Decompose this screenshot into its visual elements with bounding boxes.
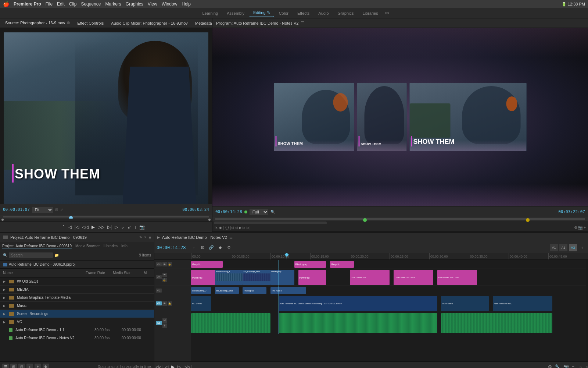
list-item-media[interactable]: ▶ MEDIA — [0, 286, 154, 294]
clip-v4-photog[interactable]: Photograp — [294, 261, 326, 268]
subtab-project[interactable]: Project: Auto Reframe IBC Demo - 090619 — [2, 244, 72, 248]
source-mark-out[interactable]: ⌄ — [121, 224, 125, 230]
menu-clip[interactable]: Clip — [69, 1, 77, 7]
v1-eye[interactable]: 👁 — [162, 301, 167, 306]
menu-edit[interactable]: Edit — [57, 1, 65, 7]
source-mark-in[interactable]: ⌃ — [62, 224, 65, 230]
v3-eye[interactable]: 👁 — [162, 273, 167, 277]
metadata-tab[interactable]: Metadata — [192, 20, 215, 26]
timeline-settings[interactable]: ☰ — [229, 235, 233, 239]
list-item-vo[interactable]: ▶ VO — [0, 318, 154, 326]
tab-color[interactable]: Color — [275, 10, 292, 17]
source-rewind[interactable]: ◁◁ — [82, 224, 89, 230]
source-add[interactable]: + — [148, 224, 150, 230]
tab-effects[interactable]: Effects — [294, 10, 313, 17]
program-settings-icon[interactable]: ☰ — [301, 21, 304, 25]
footer-btn-new[interactable]: + — [35, 364, 41, 368]
apple-menu[interactable]: 🍎 — [3, 1, 9, 7]
workspace-more[interactable]: >> — [385, 8, 390, 18]
tl-btn-patch[interactable]: V3 — [569, 244, 577, 251]
footer-btn-freeform[interactable]: ⊟ — [18, 364, 25, 368]
tab-audio[interactable]: Audio — [315, 10, 332, 17]
a1-solo[interactable]: S — [162, 323, 167, 328]
tl-wrench-btn[interactable]: 🔧 — [555, 364, 560, 368]
search-input[interactable] — [9, 252, 53, 258]
source-step-fwd[interactable]: ▷| — [107, 224, 112, 230]
audio-clip-1[interactable] — [191, 313, 270, 333]
tl-btn-linked[interactable]: 🔗 — [208, 244, 215, 251]
effect-controls-tab[interactable]: Effect Controls — [74, 20, 107, 26]
clip-v1-bgdefoc1[interactable]: BG Defoc — [191, 296, 211, 311]
footer-btn-icons[interactable]: ⊞ — [10, 364, 17, 368]
project-close[interactable]: × — [144, 235, 147, 239]
source-camera[interactable]: 📷 — [139, 224, 145, 230]
v3-lock[interactable]: 🔒 — [162, 278, 167, 282]
tl-play-btn[interactable]: ▶ — [171, 364, 175, 368]
menu-view[interactable]: View — [148, 1, 157, 7]
footer-btn-delete[interactable]: 🗑 — [43, 364, 49, 368]
clip-v3-dva2[interactable]: DVA Lower 3rd - one — [394, 270, 433, 285]
clip-v2-skibackflip[interactable]: ski_backflip_sma — [215, 287, 239, 294]
clip-v1-autoreframe2[interactable]: Auto Reframe IBC — [493, 296, 552, 311]
list-item-screenrec[interactable]: ▶ Screen Recordings — [0, 310, 154, 318]
tab-graphics[interactable]: Graphics — [334, 10, 358, 17]
source-overwrite[interactable]: ↓ — [134, 224, 136, 230]
tl-btn-v1[interactable]: V1 — [550, 244, 558, 251]
v1-lock[interactable]: 🔒 — [168, 301, 172, 306]
v4-eye[interactable]: 👁 — [162, 262, 167, 266]
footer-btn-list[interactable]: ☰ — [2, 364, 9, 368]
clip-v2-dronesurfing[interactable]: dronesurfing_f — [191, 287, 211, 294]
tl-step-back-btn[interactable]: ◁ — [165, 364, 168, 368]
clip-v3-powered2[interactable]: Powered — [298, 270, 326, 285]
tl-settings-btn[interactable]: ⚙ — [548, 364, 552, 368]
tab-assembly[interactable]: Assembly — [223, 10, 248, 17]
tl-btn-marker[interactable]: ◆ — [216, 244, 224, 251]
clip-v3-dva1[interactable]: DVA Lower 3rd — [350, 270, 390, 285]
program-scrubber-bar[interactable] — [212, 217, 588, 221]
clip-v3-skibackflip[interactable]: ski_backflip_sma — [243, 270, 270, 285]
tl-step-fwd-btn[interactable]: ▷ — [178, 364, 181, 368]
subtab-info[interactable]: Info — [121, 244, 128, 248]
tab-libraries[interactable]: Libraries — [359, 10, 382, 17]
menu-graphics[interactable]: Graphics — [126, 1, 143, 7]
project-menu[interactable]: ≡ — [149, 235, 151, 240]
tl-btn-tools[interactable]: ⚙ — [225, 244, 233, 251]
tab-editing[interactable]: Editing ✎ — [250, 9, 274, 17]
tl-btn-a1[interactable]: A1 — [559, 244, 567, 251]
list-item-seq1[interactable]: ▶ Auto Reframe IBC Demo - 1:1 30.00 fps … — [0, 326, 154, 334]
list-item-music[interactable]: ▶ Music — [0, 302, 154, 310]
list-item-seq2[interactable]: ▶ Auto Reframe IBC Demo - Notes V2 30.00… — [0, 334, 154, 342]
source-next-frame[interactable]: ▷ — [115, 224, 118, 230]
menu-sequence[interactable]: Sequence — [81, 1, 101, 7]
clip-v4-graphic1[interactable]: Graphic — [191, 261, 223, 268]
tl-rewind-btn[interactable]: |◁◁ — [154, 364, 162, 368]
clip-v4-graphic2[interactable]: Graphic — [330, 261, 354, 268]
tl-btn-snap[interactable]: ⊡ — [199, 244, 206, 251]
clip-v3-photog1[interactable]: Photograp — [270, 270, 294, 285]
menu-help[interactable]: Help — [182, 1, 191, 7]
tl-btn-tl-add[interactable]: + — [578, 244, 586, 251]
tl-fwd-btn[interactable]: ▷▷| — [184, 364, 191, 368]
clip-v2-theauto[interactable]: The Auto I — [270, 287, 306, 294]
menu-window[interactable]: Window — [162, 1, 178, 7]
source-fit-select[interactable]: Fit 25% 50% 100% — [32, 207, 53, 213]
subtab-libraries[interactable]: Libraries — [104, 244, 118, 248]
clip-v3-powered1[interactable]: Powered — [191, 270, 215, 285]
a1-mute[interactable]: M — [162, 318, 167, 323]
audio-clip-3[interactable] — [441, 313, 552, 333]
source-insert[interactable]: ↙ — [128, 224, 131, 230]
tl-add-btn[interactable]: + — [572, 364, 574, 368]
audio-clip-mixer-tab[interactable]: Audio Clip Mixer: Photographer - 16-9.mo… — [108, 20, 190, 26]
source-play[interactable]: ▶ — [92, 224, 95, 230]
source-forward[interactable]: ▷▷ — [98, 224, 104, 230]
menu-markers[interactable]: Markers — [105, 1, 121, 7]
footer-btn-sort[interactable]: ↕ — [26, 364, 33, 368]
source-scrubber-bar[interactable] — [0, 215, 212, 219]
menu-file[interactable]: File — [46, 1, 53, 7]
tab-learning[interactable]: Learning — [198, 10, 222, 17]
clip-v2-photog2[interactable]: Photograp — [243, 287, 266, 294]
clip-v1-autoreframe1[interactable]: Auto Refra — [441, 296, 489, 311]
program-fit-select[interactable]: Full 50% 25% — [250, 209, 268, 215]
clip-v3-dronesurfing1[interactable]: dronesurfing_f — [215, 270, 243, 285]
v4-lock[interactable]: 🔒 — [168, 262, 172, 266]
